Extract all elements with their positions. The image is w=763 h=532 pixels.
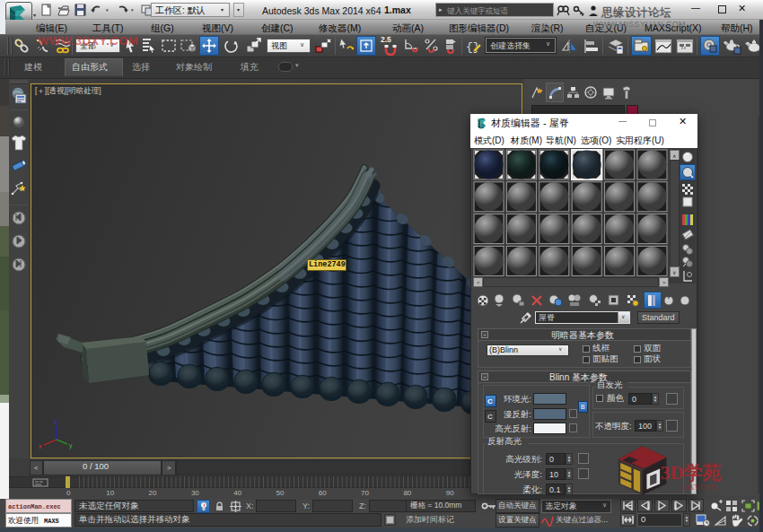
- svg-text:y: y: [69, 442, 73, 449]
- svg-text:3DXY.COM: 3DXY.COM: [680, 484, 717, 492]
- svg-text:z: z: [54, 418, 57, 424]
- svg-text:3D学苑: 3D学苑: [661, 462, 722, 484]
- svg-text:x: x: [39, 443, 42, 449]
